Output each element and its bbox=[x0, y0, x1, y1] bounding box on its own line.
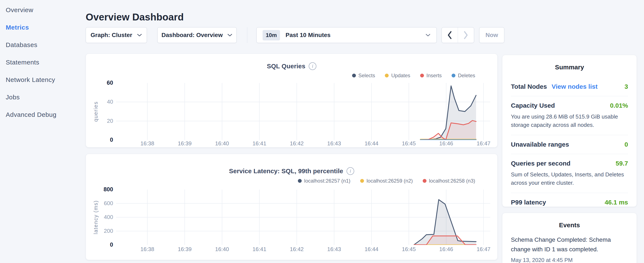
legend-item[interactable]: Deletes bbox=[452, 73, 475, 79]
now-button-label: Now bbox=[486, 32, 498, 39]
legend-dot-icon bbox=[352, 74, 356, 78]
x-tick-label: 16:39 bbox=[170, 140, 200, 147]
x-tick-label: 16:47 bbox=[468, 246, 498, 252]
x-tick-label: 16:42 bbox=[282, 140, 312, 147]
legend-label: localhost:26259 (n2) bbox=[366, 178, 413, 184]
summary-row: Total NodesView nodes list3 bbox=[511, 77, 628, 96]
summary-row-label: Capacity Used bbox=[511, 102, 555, 109]
arrow-left-icon bbox=[447, 31, 452, 40]
y-tick-label: 60 bbox=[86, 80, 113, 86]
legend-label: Deletes bbox=[458, 73, 475, 79]
summary-row: Queries per second59.7Sum of Selects, Up… bbox=[511, 154, 628, 193]
service-latency-chart-card: Service Latency: SQL, 99th percentile i … bbox=[86, 154, 498, 260]
view-nodes-list-link[interactable]: View nodes list bbox=[552, 83, 598, 90]
summary-title: Summary bbox=[502, 55, 636, 71]
chevron-down-icon bbox=[137, 34, 142, 37]
legend-item[interactable]: Selects bbox=[352, 73, 375, 79]
x-tick-label: 16:42 bbox=[282, 246, 312, 252]
summary-row-label: Total Nodes bbox=[511, 83, 547, 90]
time-range-dropdown[interactable]: 10m Past 10 Minutes bbox=[256, 27, 437, 43]
dashboard-dropdown[interactable]: Dashboard: Overview bbox=[157, 27, 237, 43]
x-tick-label: 16:38 bbox=[132, 246, 162, 252]
legend-item[interactable]: Inserts bbox=[420, 73, 442, 79]
chevron-down-icon bbox=[227, 34, 232, 37]
x-tick-label: 16:45 bbox=[394, 246, 424, 252]
legend-label: Selects bbox=[358, 73, 375, 79]
toolbar-divider bbox=[247, 27, 247, 43]
summary-row-label: P99 latency bbox=[511, 199, 546, 206]
sidebar-item-metrics[interactable]: Metrics bbox=[6, 19, 82, 36]
event-text: Schema Change Completed: Schema change w… bbox=[511, 235, 628, 254]
x-tick-label: 16:41 bbox=[244, 140, 274, 147]
summary-row-value: 0.01% bbox=[610, 102, 628, 109]
legend-dot-icon bbox=[385, 74, 389, 78]
x-tick-label: 16:39 bbox=[170, 246, 200, 252]
y-tick-label: 800 bbox=[86, 186, 113, 193]
graph-dropdown[interactable]: Graph: Cluster bbox=[86, 27, 147, 43]
events-title: Events bbox=[502, 213, 636, 229]
sidebar-item-databases[interactable]: Databases bbox=[6, 36, 82, 54]
summary-row-value: 59.7 bbox=[616, 160, 628, 167]
x-tick-label: 16:45 bbox=[394, 140, 424, 147]
time-range-label: Past 10 Minutes bbox=[286, 32, 330, 39]
chart-plot-area bbox=[116, 190, 490, 245]
legend-dot-icon bbox=[298, 179, 302, 183]
summary-row-value: 46.1 ms bbox=[605, 199, 628, 206]
previous-time-window-button[interactable] bbox=[442, 28, 458, 43]
summary-row-value: 3 bbox=[624, 83, 628, 90]
legend-label: Updates bbox=[391, 73, 410, 79]
x-tick-label: 16:43 bbox=[319, 246, 349, 252]
summary-row-value: 0 bbox=[624, 141, 628, 148]
x-tick-label: 16:47 bbox=[468, 140, 498, 147]
y-tick-label: 0 bbox=[86, 137, 113, 143]
sidebar-item-network-latency[interactable]: Network Latency bbox=[6, 71, 82, 89]
sidebar-item-jobs[interactable]: Jobs bbox=[6, 89, 82, 106]
graph-dropdown-label: Graph: Cluster bbox=[90, 32, 132, 39]
y-tick-label: 20 bbox=[86, 118, 113, 124]
x-tick-label: 16:41 bbox=[244, 246, 274, 252]
time-range-badge: 10m bbox=[262, 30, 280, 41]
y-tick-label: 40 bbox=[86, 99, 113, 105]
legend-item[interactable]: localhost:26259 (n2) bbox=[360, 178, 413, 184]
dashboard-dropdown-label: Dashboard: Overview bbox=[162, 32, 223, 39]
y-tick-label: 400 bbox=[86, 214, 113, 220]
event-item[interactable]: Schema Change Completed: Schema change w… bbox=[511, 235, 628, 263]
summary-row-description: Sum of Selects, Updates, Inserts, and De… bbox=[511, 170, 628, 187]
summary-row: Capacity Used0.01%You are using 28.6 MiB… bbox=[511, 96, 628, 135]
chart-legend: localhost:26257 (n1)localhost:26259 (n2)… bbox=[298, 178, 475, 184]
sidebar-item-overview[interactable]: Overview bbox=[6, 1, 82, 19]
page-title: Overview Dashboard bbox=[86, 11, 184, 23]
now-button[interactable]: Now bbox=[479, 27, 504, 43]
sidebar-item-statements[interactable]: Statements bbox=[6, 54, 82, 71]
legend-dot-icon bbox=[423, 179, 426, 183]
x-tick-label: 16:46 bbox=[432, 246, 461, 252]
sidebar-item-advanced-debug[interactable]: Advanced Debug bbox=[6, 106, 82, 123]
sidebar: OverviewMetricsDatabasesStatementsNetwor… bbox=[6, 1, 82, 123]
next-time-window-button[interactable] bbox=[458, 28, 474, 43]
chart-plot-area bbox=[116, 83, 490, 140]
info-icon[interactable]: i bbox=[346, 167, 354, 175]
chevron-down-icon bbox=[426, 34, 430, 37]
x-tick-label: 16:44 bbox=[356, 140, 386, 147]
x-tick-label: 16:44 bbox=[356, 246, 386, 252]
summary-row-description: You are using 28.6 MiB of 515.9 GiB usab… bbox=[511, 113, 628, 129]
summary-row: P99 latency46.1 ms bbox=[511, 193, 628, 212]
x-tick-label: 16:40 bbox=[207, 246, 237, 252]
legend-label: localhost:26258 (n3) bbox=[429, 178, 475, 184]
chart-title: SQL Queries bbox=[267, 63, 305, 70]
event-timestamp: May 13, 2020 at 4:45 PM bbox=[511, 257, 628, 263]
x-tick-label: 16:43 bbox=[319, 140, 349, 147]
legend-item[interactable]: localhost:26257 (n1) bbox=[298, 178, 350, 184]
x-tick-label: 16:46 bbox=[432, 140, 461, 147]
time-window-arrows bbox=[442, 27, 474, 43]
info-icon[interactable]: i bbox=[309, 62, 316, 70]
y-tick-label: 200 bbox=[86, 228, 113, 234]
y-tick-label: 0 bbox=[86, 241, 113, 248]
legend-label: Inserts bbox=[426, 73, 442, 79]
x-tick-label: 16:40 bbox=[207, 140, 237, 147]
chart-title: Service Latency: SQL, 99th percentile bbox=[229, 167, 343, 175]
legend-item[interactable]: localhost:26258 (n3) bbox=[423, 178, 475, 184]
legend-item[interactable]: Updates bbox=[385, 73, 410, 79]
legend-dot-icon bbox=[360, 179, 364, 183]
summary-panel: Summary Total NodesView nodes list3Capac… bbox=[502, 55, 637, 207]
